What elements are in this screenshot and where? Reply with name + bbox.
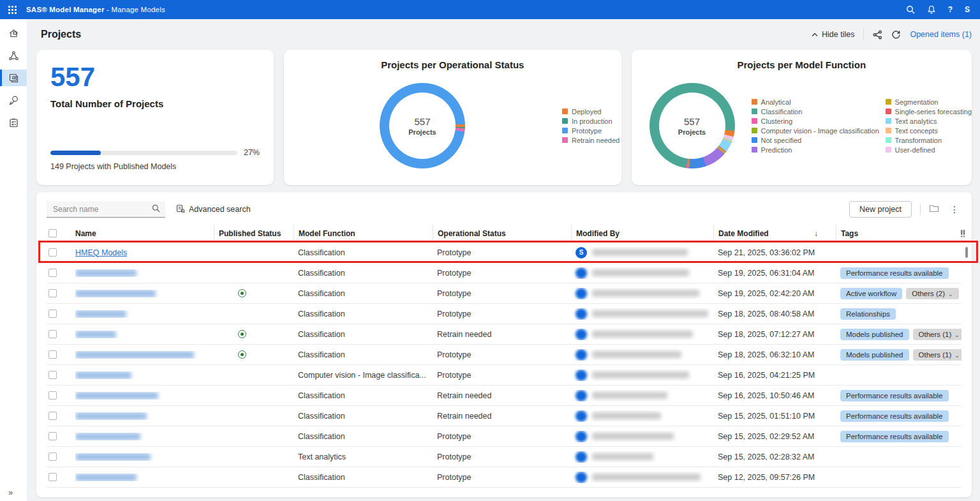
legend-item: Clustering [752, 117, 877, 125]
column-settings-icon[interactable] [960, 229, 965, 239]
table-row[interactable]: Classification Retrain needed Sep 15, 20… [47, 406, 961, 426]
row-checkbox[interactable] [48, 391, 57, 400]
row-checkbox[interactable] [48, 371, 57, 379]
redacted-project-name[interactable] [75, 474, 137, 481]
hide-tiles-button[interactable]: Hide tiles [812, 30, 854, 39]
row-checkbox[interactable] [48, 330, 57, 338]
table-header-row: Name Published Status Model Function Ope… [47, 225, 961, 243]
modified-by-cell [571, 472, 713, 483]
tag-others-dropdown[interactable]: Others (1)⌄ [913, 329, 961, 340]
row-checkbox[interactable] [48, 432, 57, 440]
table-row[interactable]: Classification Prototype Sep 18, 2025, 0… [47, 345, 961, 365]
publish-icon [8, 95, 19, 106]
tag-pill[interactable]: Performance results available [840, 410, 949, 422]
redacted-project-name[interactable] [75, 310, 126, 318]
redacted-project-name[interactable] [75, 351, 194, 359]
folder-icon[interactable] [929, 204, 939, 215]
col-header-tags[interactable]: Tags [836, 225, 961, 242]
redacted-modified-by-email [592, 290, 699, 297]
advanced-search-button[interactable]: Advanced search [176, 204, 251, 215]
tag-pill[interactable]: Performance results available [840, 267, 949, 279]
sidebar-item-publish[interactable] [0, 92, 27, 108]
row-checkbox[interactable] [48, 452, 57, 461]
row-checkbox[interactable] [48, 310, 57, 318]
table-row[interactable]: Classification Prototype Sep 19, 2025, 0… [47, 283, 961, 304]
operational-status-cell: Prototype [433, 248, 571, 257]
row-checkbox[interactable] [48, 350, 57, 359]
modified-by-avatar [575, 308, 587, 320]
tag-pill[interactable]: Models published [840, 329, 909, 340]
published-icon [238, 289, 246, 297]
operational-status-cell: Prototype [433, 432, 571, 441]
col-header-name[interactable]: Name [75, 225, 214, 242]
row-checkbox[interactable] [48, 473, 57, 481]
apps-grid-icon[interactable] [8, 6, 17, 14]
expand-sidebar-button[interactable]: » [8, 488, 13, 497]
tag-pill[interactable]: Performance results available [840, 431, 949, 442]
table-row[interactable]: Classification Retrain needed Sep 18, 20… [47, 324, 961, 345]
tag-pill[interactable]: Models published [840, 349, 909, 361]
table-row[interactable]: Classification Prototype Sep 15, 2025, 0… [47, 426, 961, 447]
modified-by-cell [571, 349, 713, 361]
redacted-project-name[interactable] [75, 290, 156, 297]
table-row[interactable]: Computer vision - Image classifica... Pr… [47, 365, 961, 385]
sidebar-item-tasks[interactable] [0, 114, 27, 131]
project-name-cell [75, 453, 214, 461]
legend-label: User-defined [895, 146, 935, 154]
tag-pill[interactable]: Relationships [840, 308, 896, 320]
table-row[interactable]: Classification Prototype Sep 18, 2025, 0… [47, 304, 961, 324]
more-options-kebab-icon[interactable]: ⋮ [947, 204, 961, 214]
col-header-modified-by[interactable]: Modified By [571, 225, 713, 242]
table-row[interactable]: Classification Prototype Sep 19, 2025, 0… [47, 263, 961, 283]
col-header-date-modified[interactable]: Date Modified ↓ [713, 225, 836, 242]
redacted-project-name[interactable] [75, 412, 147, 420]
modified-by-cell [571, 410, 713, 422]
tag-pill[interactable]: Active workflow [840, 288, 902, 299]
model-function-cell: Computer vision - Image classifica... [293, 371, 433, 380]
redacted-project-name[interactable] [75, 392, 158, 400]
table-row[interactable]: Text analytics Prototype Sep 15, 2025, 0… [47, 447, 961, 467]
tag-others-dropdown[interactable]: Others (2)⌄ [906, 288, 958, 299]
row-checkbox[interactable] [48, 289, 57, 297]
pipeline-icon [8, 50, 19, 61]
redacted-modified-by-email [592, 412, 661, 419]
opened-items-link[interactable]: Opened items (1) [910, 30, 972, 39]
sidebar-item-projects[interactable] [0, 70, 27, 86]
redacted-project-name[interactable] [75, 269, 137, 277]
share-icon[interactable] [873, 30, 882, 40]
table-row[interactable]: Classification Retrain needed Sep 16, 20… [47, 385, 961, 406]
table-row[interactable]: HMEQ Models Classification Prototype S S… [47, 243, 961, 263]
col-header-published-status[interactable]: Published Status [214, 225, 293, 242]
col-header-model-function[interactable]: Model Function [293, 225, 433, 242]
row-checkbox[interactable] [48, 269, 57, 277]
redacted-project-name[interactable] [75, 433, 140, 440]
col-header-operational-status[interactable]: Operational Status [433, 225, 571, 242]
tag-others-dropdown[interactable]: Others (1)⌄ [913, 349, 961, 361]
model-function-cell: Classification [293, 330, 433, 339]
redacted-project-name[interactable] [75, 453, 151, 461]
redacted-project-name[interactable] [75, 331, 116, 338]
tag-pill[interactable]: Performance results available [840, 390, 949, 401]
row-checkbox[interactable] [48, 412, 57, 420]
row-checkbox[interactable] [48, 248, 57, 257]
search-icon[interactable] [906, 5, 915, 14]
select-all-checkbox[interactable] [48, 229, 57, 237]
sort-descending-icon[interactable]: ↓ [814, 229, 818, 238]
legend-item: Prototype [562, 127, 620, 135]
sidebar-item-home[interactable] [0, 25, 27, 41]
table-row[interactable]: Classification Prototype Sep 12, 2025, 0… [47, 467, 961, 488]
vertical-scrollbar-thumb[interactable] [965, 247, 968, 258]
refresh-icon[interactable] [891, 30, 901, 40]
redacted-project-name[interactable] [75, 371, 131, 379]
project-link[interactable]: HMEQ Models [75, 248, 127, 257]
search-input[interactable] [52, 204, 152, 214]
operational-status-cell: Prototype [433, 269, 571, 278]
sidebar-item-pipelines[interactable] [0, 47, 27, 64]
search-box [47, 201, 165, 218]
help-icon[interactable]: ? [948, 5, 953, 14]
user-avatar[interactable]: S [965, 5, 970, 14]
new-project-button[interactable]: New project [849, 201, 912, 218]
search-icon[interactable] [152, 204, 160, 215]
legend-item: In production [562, 117, 620, 125]
notifications-bell-icon[interactable] [927, 5, 936, 14]
